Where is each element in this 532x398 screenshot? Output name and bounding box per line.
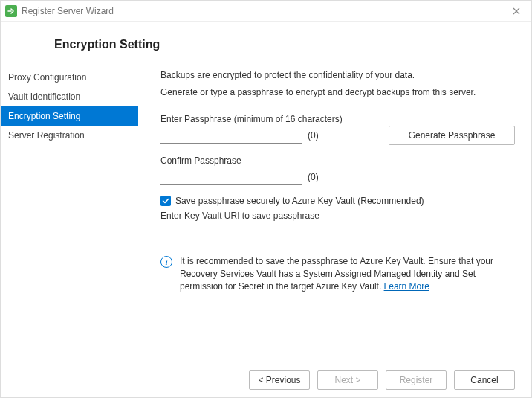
previous-button[interactable]: < Previous xyxy=(249,370,310,390)
body: Proxy Configuration Vault Identification… xyxy=(1,60,531,362)
content: Backups are encrypted to protect the con… xyxy=(138,60,531,362)
keyvault-uri-label: Enter Key Vault URI to save passphrase xyxy=(160,211,515,221)
keyvault-uri-input[interactable] xyxy=(160,224,302,240)
next-button[interactable]: Next > xyxy=(317,370,378,390)
enter-passphrase-input[interactable] xyxy=(160,127,302,144)
titlebar: Register Server Wizard xyxy=(1,1,531,22)
check-icon xyxy=(162,197,169,205)
confirm-passphrase-count: (0) xyxy=(308,172,319,182)
register-button[interactable]: Register xyxy=(386,370,447,390)
sidebar-item-label: Proxy Configuration xyxy=(8,72,86,83)
enter-passphrase-label: Enter Passphrase (minimum of 16 characte… xyxy=(160,114,343,124)
sidebar-item-encryption[interactable]: Encryption Setting xyxy=(1,106,138,126)
intro-line-2: Generate or type a passphrase to encrypt… xyxy=(160,86,515,99)
footer: < Previous Next > Register Cancel xyxy=(1,362,531,397)
confirm-passphrase-input[interactable] xyxy=(160,169,302,185)
sidebar-item-registration[interactable]: Server Registration xyxy=(1,126,138,145)
sidebar-item-label: Encryption Setting xyxy=(8,111,80,121)
sidebar-item-label: Vault Identification xyxy=(8,92,80,102)
page-title: Encryption Setting xyxy=(54,38,531,51)
window-title: Register Server Wizard xyxy=(22,6,506,16)
app-icon xyxy=(5,5,17,17)
close-button[interactable] xyxy=(506,4,527,19)
sidebar-item-vault[interactable]: Vault Identification xyxy=(1,87,138,106)
info-text: It is recommended to save the passphrase… xyxy=(180,255,515,294)
info-text-body: It is recommended to save the passphrase… xyxy=(180,256,493,292)
sidebar: Proxy Configuration Vault Identification… xyxy=(1,60,138,362)
sidebar-item-label: Server Registration xyxy=(8,130,85,141)
enter-passphrase-count: (0) xyxy=(308,130,319,141)
close-icon xyxy=(512,7,521,16)
intro-line-1: Backups are encrypted to protect the con… xyxy=(160,69,515,82)
generate-passphrase-button[interactable]: Generate Passphrase xyxy=(389,126,515,145)
learn-more-link[interactable]: Learn More xyxy=(384,281,429,292)
wizard-window: Register Server Wizard Encryption Settin… xyxy=(0,0,532,398)
confirm-passphrase-label: Confirm Passphrase xyxy=(160,155,515,166)
cancel-button[interactable]: Cancel xyxy=(454,370,515,390)
save-to-keyvault-label: Save passphrase securely to Azure Key Va… xyxy=(175,196,424,206)
info-icon: i xyxy=(160,256,172,268)
save-to-keyvault-checkbox[interactable] xyxy=(160,196,171,206)
sidebar-item-proxy[interactable]: Proxy Configuration xyxy=(1,68,138,87)
header: Encryption Setting xyxy=(1,22,531,60)
